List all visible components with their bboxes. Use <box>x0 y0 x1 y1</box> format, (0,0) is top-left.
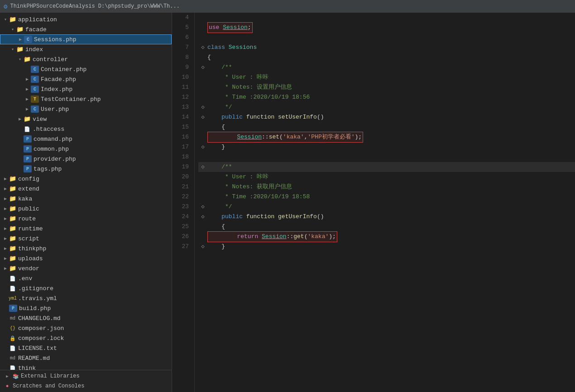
tree-item-vendor[interactable]: ▶📁vendor <box>0 263 172 273</box>
code-line-12: * Time :2020/10/19 18:56 <box>198 92 575 102</box>
tree-item-runtime[interactable]: ▶📁runtime <box>0 224 172 234</box>
tree-item-think[interactable]: ▶📄think <box>0 363 172 370</box>
tree-label: Index.php <box>41 86 72 93</box>
code-token: { <box>207 53 211 62</box>
file-icon: 📄 <box>9 285 16 292</box>
line-number-10: 10 <box>176 72 189 82</box>
code-token: * Notes: 获取用户信息 <box>207 182 292 192</box>
tree-item-build-php[interactable]: ▶Pbuild.php <box>0 303 172 313</box>
php-file-icon: P <box>9 305 17 312</box>
code-lines[interactable]: use Session;◇class Sessions{◇ /** * User… <box>195 13 575 392</box>
tree-label: command.php <box>34 136 72 143</box>
sidebar: ▾📁application▾📁facade▶CSessions.php▾📁ind… <box>0 13 172 392</box>
code-token: 'PHP初学者必看' <box>307 134 355 140</box>
code-token: } <box>207 142 225 152</box>
code-line-18 <box>198 152 575 162</box>
tree-item-testcontainer-php[interactable]: ▶TTestContainer.php <box>0 94 172 104</box>
tree-item-controller[interactable]: ▾📁controller <box>0 54 172 64</box>
tree-item-env[interactable]: ▶📄.env <box>0 273 172 283</box>
tree-arrow: ▶ <box>2 256 9 261</box>
tree-label: uploads <box>18 255 43 262</box>
tree-arrow: ▾ <box>16 57 24 62</box>
tree-label: script <box>18 235 39 242</box>
code-token: } <box>207 242 225 252</box>
tree-item-view[interactable]: ▶📁view <box>0 114 172 124</box>
tree-arrow: ▶ <box>24 86 31 92</box>
tree-item-common-php[interactable]: ▶Pcommon.php <box>0 144 172 154</box>
lock-icon: 🔒 <box>9 335 16 342</box>
line-number-25: 25 <box>176 222 189 232</box>
tree-item-facade[interactable]: ▾📁facade <box>0 24 172 34</box>
line-number-18: 18 <box>176 152 189 162</box>
tree-item-kaka[interactable]: ▶📁kaka <box>0 194 172 204</box>
tree-item-license-txt[interactable]: ▶📄LICENSE.txt <box>0 343 172 353</box>
tree-item-command-php[interactable]: ▶Pcommand.php <box>0 134 172 144</box>
code-line-23: ◇ */ <box>198 202 575 212</box>
tree-item-tags-php[interactable]: ▶Ptags.php <box>0 164 172 174</box>
md-icon: md <box>9 315 16 322</box>
tree-label: public <box>18 206 39 212</box>
external-libraries-item[interactable]: ▶ 📚 External Libraries <box>0 371 172 381</box>
folder-icon: 📁 <box>9 205 16 212</box>
line-number-4: 4 <box>176 13 189 23</box>
code-token: * User : 咔咔 <box>207 172 268 182</box>
tree-item-config[interactable]: ▶📁config <box>0 174 172 184</box>
tree-item-uploads[interactable]: ▶📁uploads <box>0 253 172 263</box>
folder-icon: 📁 <box>24 115 31 123</box>
scratches-item[interactable]: ● Scratches and Consoles <box>0 381 172 391</box>
tree-item-provider-php[interactable]: ▶Pprovider.php <box>0 154 172 164</box>
tree-item-index[interactable]: ▾📁index <box>0 44 172 54</box>
code-token <box>207 212 221 222</box>
tree-item-index-php[interactable]: ▶CIndex.php <box>0 84 172 94</box>
folder-icon: 📁 <box>24 56 31 63</box>
tree-item-composer-json[interactable]: ▶{}composer.json <box>0 323 172 333</box>
code-line-14: ◇ public function setUserInfo() <box>198 112 575 122</box>
tree-item-composer-lock[interactable]: ▶🔒composer.lock <box>0 333 172 343</box>
gutter-23: ◇ <box>198 202 207 212</box>
line-number-16: 16 <box>176 132 189 142</box>
tree-item-sessions-php[interactable]: ▶CSessions.php <box>0 34 172 44</box>
tree-label: composer.lock <box>18 335 64 342</box>
code-token <box>207 112 221 122</box>
php-icon: C <box>24 36 32 43</box>
code-token: :: <box>287 233 294 240</box>
code-line-13: ◇ */ <box>198 102 575 112</box>
folder-icon: 📁 <box>9 185 16 192</box>
code-token: Sessions <box>229 43 257 53</box>
main-layout: ▾📁application▾📁facade▶CSessions.php▾📁ind… <box>0 13 575 392</box>
file-icon: 📄 <box>9 344 16 352</box>
tree-label: application <box>18 16 57 23</box>
sidebar-bottom: ▶ 📚 External Libraries ● Scratches and C… <box>0 370 172 392</box>
code-token: * User : 咔咔 <box>207 72 268 82</box>
tree-label: runtime <box>18 225 43 232</box>
code-token: () <box>317 212 324 222</box>
php-file-icon: P <box>24 135 32 143</box>
tree-item-facade-php[interactable]: ▶CFacade.php <box>0 74 172 84</box>
tree-item-thinkphp[interactable]: ▶📁thinkphp <box>0 244 172 253</box>
code-token: get <box>293 233 304 240</box>
tree-item-travis-yml[interactable]: ▶yml.travis.yml <box>0 293 172 303</box>
tree-item-user-php[interactable]: ▶CUser.php <box>0 104 172 114</box>
code-token: class <box>207 43 229 53</box>
tree-item-readme-md[interactable]: ▶mdREADME.md <box>0 353 172 363</box>
tree-item-container-php[interactable]: ▶CContainer.php <box>0 64 172 74</box>
tree-item-script[interactable]: ▶📁script <box>0 234 172 244</box>
tree-item-htaccess[interactable]: ▶📄.htaccess <box>0 124 172 134</box>
code-line-17: ◇ } <box>198 142 575 152</box>
tree-item-application[interactable]: ▾📁application <box>0 14 172 24</box>
line-number-8: 8 <box>176 53 189 62</box>
code-line-6 <box>198 33 575 43</box>
tree-arrow: ▶ <box>2 226 9 231</box>
tree-item-public[interactable]: ▶📁public <box>0 204 172 214</box>
tree-label: common.php <box>34 146 69 153</box>
tree-item-changelog-md[interactable]: ▶mdCHANGELOG.md <box>0 313 172 323</box>
highlighted-line-16: Session::set('kaka','PHP初学者必看'); <box>207 132 363 143</box>
tree-item-route[interactable]: ▶📁route <box>0 214 172 224</box>
app-icon: ⚙ <box>4 3 7 10</box>
tree-item-extend[interactable]: ▶📁extend <box>0 184 172 194</box>
code-token: return <box>237 233 262 240</box>
tree-item-gitignore[interactable]: ▶📄.gitignore <box>0 283 172 293</box>
json-icon: {} <box>9 325 16 332</box>
line-number-26: 26 <box>176 232 189 242</box>
code-area[interactable]: 4567891011121314151617181920212223242526… <box>172 13 575 392</box>
